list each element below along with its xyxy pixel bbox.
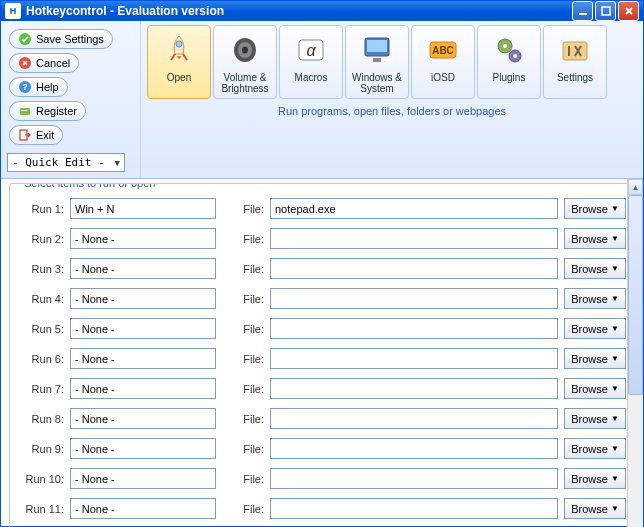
file-path-input[interactable]	[270, 378, 558, 399]
save-settings-button[interactable]: Save Settings	[9, 29, 113, 49]
run-label: Run 2:	[18, 233, 64, 245]
vertical-scrollbar[interactable]: ▲ ▼	[627, 179, 643, 527]
maximize-button[interactable]	[595, 1, 616, 21]
help-button[interactable]: ? Help	[9, 77, 68, 97]
file-path-input[interactable]	[270, 498, 558, 519]
browse-button[interactable]: Browse▼	[564, 228, 626, 249]
run-label: Run 11:	[18, 503, 64, 515]
browse-button[interactable]: Browse▼	[564, 348, 626, 369]
file-path-input[interactable]	[270, 348, 558, 369]
svg-rect-24	[563, 42, 587, 60]
chevron-down-icon: ▼	[611, 204, 619, 213]
run-hotkey-input[interactable]	[70, 288, 216, 309]
browse-button[interactable]: Browse▼	[564, 318, 626, 339]
run-hotkey-input[interactable]	[70, 378, 216, 399]
chevron-down-icon: ▼	[611, 324, 619, 333]
toolbar-iosd-button[interactable]: ABC iOSD	[411, 25, 475, 99]
help-icon: ?	[18, 80, 32, 94]
window-title: Hotkeycontrol - Evaluation version	[26, 4, 570, 18]
run-label: Run 5:	[18, 323, 64, 335]
content-area: Select items to run or open Run 1:File:B…	[1, 179, 643, 527]
file-label: File:	[234, 353, 264, 365]
run-row: Run 2:File:Browse▼	[18, 228, 626, 249]
toolbar: Open Volume & Brightness α Macros Window…	[141, 21, 643, 178]
run-hotkey-input[interactable]	[70, 318, 216, 339]
scroll-track[interactable]	[628, 195, 643, 527]
run-label: Run 1:	[18, 203, 64, 215]
svg-point-9	[176, 41, 182, 47]
run-row: Run 7:File:Browse▼	[18, 378, 626, 399]
file-path-input[interactable]	[270, 468, 558, 489]
toolbar-settings-label: Settings	[557, 72, 593, 83]
browse-label: Browse	[571, 413, 608, 425]
toolbar-hint: Run programs, open files, folders or web…	[147, 105, 637, 117]
file-path-input[interactable]	[270, 438, 558, 459]
file-path-input[interactable]	[270, 228, 558, 249]
browse-button[interactable]: Browse▼	[564, 498, 626, 519]
browse-button[interactable]: Browse▼	[564, 438, 626, 459]
scroll-up-button[interactable]: ▲	[628, 179, 643, 195]
run-hotkey-input[interactable]	[70, 228, 216, 249]
run-hotkey-input[interactable]	[70, 348, 216, 369]
close-button[interactable]	[618, 1, 639, 21]
app-icon: H	[5, 3, 21, 19]
run-hotkey-input[interactable]	[70, 498, 216, 519]
svg-rect-6	[20, 108, 30, 115]
svg-text:α: α	[306, 42, 316, 59]
svg-point-12	[242, 47, 248, 54]
toolbar-windows-button[interactable]: Windows & System	[345, 25, 409, 99]
toolbar-iosd-label: iOSD	[431, 72, 455, 83]
alpha-icon: α	[291, 30, 331, 70]
exit-label: Exit	[36, 129, 54, 141]
browse-button[interactable]: Browse▼	[564, 408, 626, 429]
run-label: Run 7:	[18, 383, 64, 395]
gears-icon	[489, 30, 529, 70]
browse-button[interactable]: Browse▼	[564, 288, 626, 309]
run-label: Run 10:	[18, 473, 64, 485]
run-hotkey-input[interactable]	[70, 438, 216, 459]
run-hotkey-input[interactable]	[70, 198, 216, 219]
file-label: File:	[234, 503, 264, 515]
scroll-thumb[interactable]	[628, 195, 643, 395]
file-label: File:	[234, 233, 264, 245]
rocket-icon	[159, 30, 199, 70]
file-path-input[interactable]	[270, 258, 558, 279]
toolbar-plugins-button[interactable]: Plugins	[477, 25, 541, 99]
toolbar-open-button[interactable]: Open	[147, 25, 211, 99]
browse-button[interactable]: Browse▼	[564, 198, 626, 219]
file-label: File:	[234, 203, 264, 215]
run-row: Run 8:File:Browse▼	[18, 408, 626, 429]
cancel-button[interactable]: Cancel	[9, 53, 79, 73]
file-path-input[interactable]	[270, 198, 558, 219]
quick-edit-dropdown[interactable]: - Quick Edit - ▼	[7, 153, 125, 172]
toolbar-volume-label: Volume & Brightness	[216, 72, 274, 94]
register-button[interactable]: Register	[9, 101, 86, 121]
save-label: Save Settings	[36, 33, 104, 45]
toolbar-settings-button[interactable]: Settings	[543, 25, 607, 99]
file-path-input[interactable]	[270, 408, 558, 429]
browse-button[interactable]: Browse▼	[564, 258, 626, 279]
chevron-down-icon: ▼	[611, 414, 619, 423]
svg-point-21	[503, 44, 507, 48]
run-row: Run 9:File:Browse▼	[18, 438, 626, 459]
file-path-input[interactable]	[270, 288, 558, 309]
file-label: File:	[234, 473, 264, 485]
file-path-input[interactable]	[270, 318, 558, 339]
run-hotkey-input[interactable]	[70, 468, 216, 489]
browse-label: Browse	[571, 443, 608, 455]
help-label: Help	[36, 81, 59, 93]
run-label: Run 8:	[18, 413, 64, 425]
run-hotkey-input[interactable]	[70, 258, 216, 279]
run-hotkey-input[interactable]	[70, 408, 216, 429]
chevron-down-icon: ▼	[611, 384, 619, 393]
exit-button[interactable]: Exit	[9, 125, 63, 145]
chevron-down-icon: ▼	[115, 158, 120, 168]
toolbar-volume-button[interactable]: Volume & Brightness	[213, 25, 277, 99]
register-icon	[18, 104, 32, 118]
browse-button[interactable]: Browse▼	[564, 468, 626, 489]
minimize-button[interactable]	[572, 1, 593, 21]
run-label: Run 9:	[18, 443, 64, 455]
browse-button[interactable]: Browse▼	[564, 378, 626, 399]
abc-icon: ABC	[423, 30, 463, 70]
toolbar-macros-button[interactable]: α Macros	[279, 25, 343, 99]
